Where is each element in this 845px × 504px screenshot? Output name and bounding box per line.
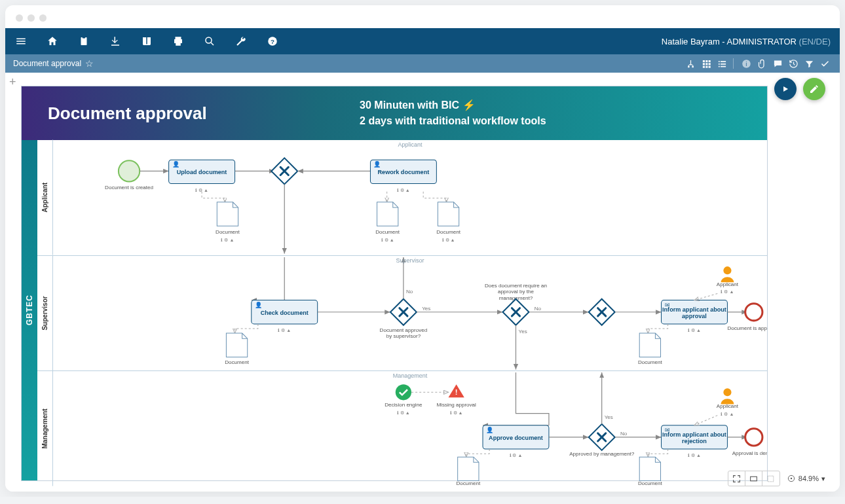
window-traffic-lights	[5, 5, 840, 28]
filter-icon[interactable]	[802, 56, 816, 71]
svg-text:👤: 👤	[373, 160, 381, 168]
doc-label-5: Document	[638, 359, 663, 365]
gateway-supervisor-label: Document approvedby supervisor?	[380, 327, 428, 339]
gateway-mgmt-approved-label: Approved by management?	[569, 451, 635, 457]
lane-label-applicant: Applicant	[37, 140, 53, 255]
print-icon[interactable]	[172, 35, 185, 48]
home-icon[interactable]	[46, 35, 59, 48]
svg-point-2	[206, 37, 212, 43]
decision-engine-icon[interactable]	[396, 384, 411, 400]
banner-line2: 2 days with traditional workflow tools	[360, 113, 546, 129]
fit-screen-icon[interactable]	[728, 471, 745, 486]
svg-text:ℹ ⚙ ▲: ℹ ⚙ ▲	[397, 410, 410, 415]
diagram-canvas[interactable]: + Document approval 30 Minuten with BIC …	[5, 73, 840, 492]
svg-point-27	[723, 388, 731, 396]
end-event-approved-label: Document is approved	[727, 325, 767, 331]
zoom-value: 84.9%	[798, 475, 819, 482]
label-yes-2: Yes	[519, 329, 527, 334]
label-no-1: No	[406, 289, 413, 295]
user-label[interactable]: Natalie Bayram - ADMINISTRATOR (EN/DE)	[662, 37, 831, 46]
download-icon[interactable]	[109, 35, 122, 48]
grid-view-icon[interactable]	[699, 56, 713, 71]
doc-object-1[interactable]	[217, 202, 238, 226]
svg-text:ℹ ⚙ ▲: ℹ ⚙ ▲	[510, 453, 523, 458]
doc-label-4: Document	[225, 359, 250, 365]
info-icon[interactable]: i	[739, 56, 753, 71]
doc-label-1: Document	[216, 229, 240, 235]
doc-label-7: Document	[638, 480, 663, 486]
play-button[interactable]	[774, 78, 797, 100]
main-toolbar: ? Natalie Bayram - ADMINISTRATOR (EN/DE)	[5, 28, 840, 54]
svg-text:?: ?	[271, 38, 274, 45]
decision-engine-label: Decision engine	[385, 403, 423, 408]
edit-button[interactable]	[803, 78, 825, 100]
doc-object-4[interactable]	[226, 333, 247, 357]
lane-supervisor: Supervisor Supervisor 👤 Check document ℹ	[37, 255, 767, 371]
list-view-icon[interactable]	[715, 56, 729, 71]
doc-object-6[interactable]	[458, 457, 479, 480]
doc-object-7[interactable]	[639, 457, 660, 480]
svg-text:ℹ ⚙ ▲: ℹ ⚙ ▲	[397, 188, 410, 192]
label-no-2: No	[535, 305, 542, 311]
user-lang: (EN/DE)	[799, 37, 831, 46]
svg-text:👤: 👤	[486, 426, 494, 434]
book-icon[interactable]	[140, 35, 153, 48]
svg-text:ℹ ⚙ ▲: ℹ ⚙ ▲	[221, 238, 234, 242]
add-element-icon[interactable]: +	[9, 75, 16, 89]
doc-object-3[interactable]	[438, 202, 459, 226]
svg-point-18	[723, 266, 731, 274]
svg-text:ℹ ⚙ ▲: ℹ ⚙ ▲	[278, 328, 291, 333]
diagram-container: Document approval 30 Minuten with BIC ⚡ …	[21, 86, 768, 481]
label-yes-3: Yes	[605, 414, 613, 420]
svg-rect-0	[81, 37, 87, 45]
end-event-rejected[interactable]	[745, 429, 762, 446]
svg-text:!: !	[455, 388, 458, 396]
svg-text:ℹ ⚙ ▲: ℹ ⚙ ▲	[450, 410, 463, 415]
svg-text:👤: 👤	[255, 300, 263, 308]
end-event-approved[interactable]	[745, 303, 762, 320]
svg-text:ℹ ⚙ ▲: ℹ ⚙ ▲	[442, 238, 455, 242]
attachment-icon[interactable]	[755, 56, 769, 71]
svg-text:👤: 👤	[172, 160, 180, 168]
menu-icon[interactable]	[14, 35, 28, 48]
history-icon[interactable]	[786, 56, 800, 71]
user-role: ADMINISTRATOR	[727, 37, 797, 46]
favorite-star-icon[interactable]: ☆	[85, 58, 94, 69]
clipboard-icon[interactable]	[77, 35, 90, 48]
svg-text:ℹ ⚙ ▲: ℹ ⚙ ▲	[195, 188, 208, 192]
comment-icon[interactable]	[770, 56, 785, 71]
svg-text:ℹ ⚙ ▲: ℹ ⚙ ▲	[688, 453, 701, 458]
diagram-banner: Document approval 30 Minuten with BIC ⚡ …	[22, 86, 767, 140]
svg-text:ℹ ⚙ ▲: ℹ ⚙ ▲	[688, 328, 701, 333]
role-applicant-2: Applicant	[717, 404, 739, 410]
window-frame: ? Natalie Bayram - ADMINISTRATOR (EN/DE)…	[5, 5, 840, 492]
end-event-rejected-label: Approval is denied	[732, 450, 767, 456]
sub-toolbar: Document approval ☆ i	[5, 54, 840, 73]
svg-rect-29	[750, 477, 757, 481]
doc-object-5[interactable]	[639, 333, 660, 357]
task-check-label: Check document	[261, 309, 309, 315]
fit-selection-icon[interactable]	[762, 471, 779, 486]
check-icon[interactable]	[817, 56, 832, 71]
task-upload-label: Upload document	[177, 169, 227, 175]
lane-applicant: Applicant Applicant Document is crea	[37, 140, 767, 255]
hierarchy-icon[interactable]	[683, 56, 698, 71]
lane-role-management: Management	[393, 372, 428, 379]
search-icon[interactable]	[203, 35, 216, 48]
svg-point-32	[791, 478, 792, 479]
fit-width-icon[interactable]	[745, 471, 762, 486]
doc-object-2[interactable]	[377, 202, 398, 226]
pool-label: GBTEC	[22, 140, 37, 480]
zoom-target-icon[interactable]	[787, 474, 796, 483]
lane-label-supervisor: Supervisor	[37, 256, 53, 371]
start-event[interactable]	[119, 160, 140, 181]
breadcrumb-title: Document approval	[13, 59, 81, 68]
label-no-3: No	[620, 431, 628, 437]
banner-line1: 30 Minuten with BIC ⚡	[360, 98, 546, 113]
svg-text:i: i	[745, 60, 747, 67]
wrench-icon[interactable]	[235, 35, 248, 48]
zoom-chevron-icon[interactable]: ▾	[821, 475, 825, 483]
doc-label-3: Document	[436, 229, 461, 235]
help-icon[interactable]: ?	[266, 35, 279, 48]
task-approve-label: Approve document	[489, 435, 543, 441]
